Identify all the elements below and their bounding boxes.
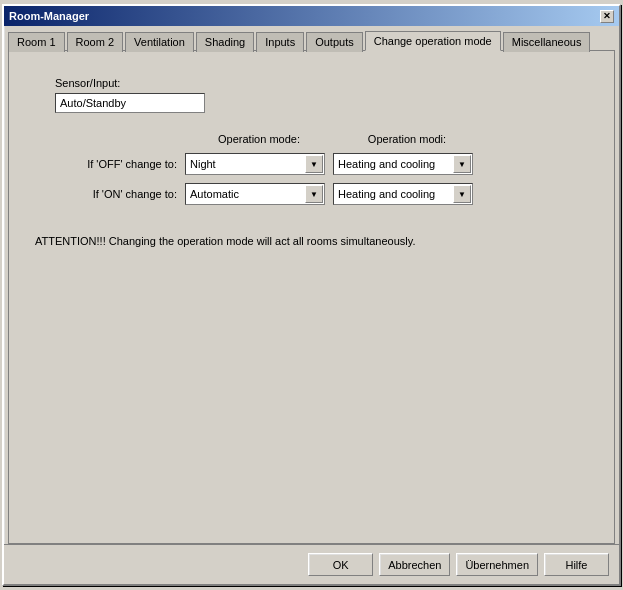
op-mode-header: Operation mode: bbox=[185, 133, 333, 145]
off-modi-dropdown-container: Heating and cooling Heating Cooling ▼ bbox=[333, 153, 473, 175]
close-button[interactable]: ✕ bbox=[600, 10, 614, 23]
tab-inputs[interactable]: Inputs bbox=[256, 32, 304, 52]
tab-shading[interactable]: Shading bbox=[196, 32, 254, 52]
attention-text: ATTENTION!!! Changing the operation mode… bbox=[35, 235, 598, 247]
tab-room1[interactable]: Room 1 bbox=[8, 32, 65, 52]
sensor-label: Sensor/Input: bbox=[55, 77, 120, 89]
on-mode-dropdown[interactable]: Automatic Night Day Standby bbox=[185, 183, 325, 205]
op-header-row: Operation mode: Operation modi: bbox=[185, 133, 598, 145]
tabs-bar: Room 1 Room 2 Ventilation Shading Inputs… bbox=[4, 26, 619, 50]
tab-change-op-mode[interactable]: Change operation mode bbox=[365, 31, 501, 51]
off-mode-dropdown[interactable]: Night Day Automatic Standby bbox=[185, 153, 325, 175]
off-row: If 'OFF' change to: Night Day Automatic … bbox=[25, 153, 598, 175]
window-title: Room-Manager bbox=[9, 10, 89, 22]
off-mode-dropdown-container: Night Day Automatic Standby ▼ bbox=[185, 153, 325, 175]
tab-ventilation[interactable]: Ventilation bbox=[125, 32, 194, 52]
sensor-section: Sensor/Input: bbox=[55, 77, 598, 113]
operation-section: Operation mode: Operation modi: If 'OFF'… bbox=[25, 133, 598, 205]
footer: OK Abbrechen Übernehmen Hilfe bbox=[4, 544, 619, 584]
on-label: If 'ON' change to: bbox=[25, 188, 177, 200]
tab-miscellaneous[interactable]: Miscellaneous bbox=[503, 32, 591, 52]
on-modi-dropdown[interactable]: Heating and cooling Heating Cooling bbox=[333, 183, 473, 205]
sensor-input[interactable] bbox=[55, 93, 205, 113]
off-modi-dropdown[interactable]: Heating and cooling Heating Cooling bbox=[333, 153, 473, 175]
apply-button[interactable]: Übernehmen bbox=[456, 553, 538, 576]
off-label: If 'OFF' change to: bbox=[25, 158, 177, 170]
ok-button[interactable]: OK bbox=[308, 553, 373, 576]
on-modi-dropdown-container: Heating and cooling Heating Cooling ▼ bbox=[333, 183, 473, 205]
content-area: Sensor/Input: Operation mode: Operation … bbox=[8, 50, 615, 544]
main-window: Room-Manager ✕ Room 1 Room 2 Ventilation… bbox=[2, 4, 621, 586]
op-modi-header: Operation modi: bbox=[333, 133, 481, 145]
tab-room2[interactable]: Room 2 bbox=[67, 32, 124, 52]
title-bar: Room-Manager ✕ bbox=[4, 6, 619, 26]
cancel-button[interactable]: Abbrechen bbox=[379, 553, 450, 576]
help-button[interactable]: Hilfe bbox=[544, 553, 609, 576]
tab-outputs[interactable]: Outputs bbox=[306, 32, 363, 52]
on-row: If 'ON' change to: Automatic Night Day S… bbox=[25, 183, 598, 205]
on-mode-dropdown-container: Automatic Night Day Standby ▼ bbox=[185, 183, 325, 205]
